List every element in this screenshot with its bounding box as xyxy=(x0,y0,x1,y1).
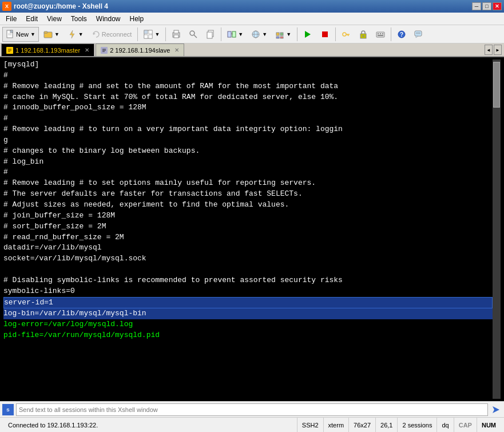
menu-view[interactable]: View xyxy=(42,13,66,25)
tab-2[interactable]: 2 192.168.1.194slave ✕ xyxy=(96,43,184,56)
num-status: NUM xyxy=(477,418,501,432)
stop-icon xyxy=(320,30,330,39)
svg-line-17 xyxy=(194,35,197,38)
svg-rect-15 xyxy=(174,35,178,38)
svg-text:S: S xyxy=(6,407,10,413)
reconnect-dropdown-button[interactable]: ▼ xyxy=(64,27,87,42)
svg-rect-46 xyxy=(415,31,422,36)
menu-tools[interactable]: Tools xyxy=(66,13,92,25)
dimensions-status: 76x27 xyxy=(349,418,376,432)
new-dropdown-arrow[interactable]: ▼ xyxy=(30,31,35,37)
print-icon xyxy=(172,30,181,39)
session-icon[interactable]: S xyxy=(2,404,14,415)
open-dropdown-arrow[interactable]: ▼ xyxy=(54,31,59,37)
print-button[interactable] xyxy=(168,27,184,42)
tab-scroll-right[interactable]: ▶ xyxy=(494,45,502,55)
tab-scroll-left[interactable]: ◀ xyxy=(485,45,493,55)
internet-arrow[interactable]: ▼ xyxy=(262,31,267,37)
svg-rect-43 xyxy=(378,35,383,36)
scrollbar-track[interactable] xyxy=(493,60,501,399)
new-button[interactable]: New ▼ xyxy=(2,27,39,42)
close-button[interactable]: ✕ xyxy=(493,2,502,10)
sessions-status: 2 sessions xyxy=(398,418,437,432)
toolbar-sep-6 xyxy=(391,27,391,41)
svg-marker-7 xyxy=(93,33,96,35)
keys-button[interactable] xyxy=(338,27,354,42)
menu-window[interactable]: Window xyxy=(92,13,125,25)
tab-bar: 1 192.168.1.193master ✕ 2 192.168.1.194s… xyxy=(0,43,504,57)
svg-rect-32 xyxy=(322,31,328,37)
tab-2-close[interactable]: ✕ xyxy=(174,47,179,53)
window-title: root@zuoyu:/home - Xshell 4 xyxy=(14,2,108,10)
terminal-container: [mysqld]## Remove leading # and set to t… xyxy=(0,57,504,401)
cursor-text: 26,1 xyxy=(380,422,392,429)
terminal-text[interactable]: [mysqld]## Remove leading # and set to t… xyxy=(3,60,493,399)
toolbar-sep-3 xyxy=(221,27,221,41)
dimensions-text: 76x27 xyxy=(354,422,371,429)
svg-rect-9 xyxy=(144,30,148,34)
svg-text:?: ? xyxy=(400,31,403,38)
chat-button[interactable] xyxy=(411,27,427,42)
open-button[interactable]: ▼ xyxy=(40,27,63,42)
play-icon xyxy=(303,30,312,39)
ext-button[interactable]: ▼ xyxy=(272,27,295,42)
svg-point-16 xyxy=(190,31,195,35)
keyboard-icon xyxy=(376,30,385,39)
internet-button[interactable]: ▼ xyxy=(248,27,271,42)
keyboard-button[interactable] xyxy=(372,27,388,42)
menu-help[interactable]: Help xyxy=(125,13,149,25)
transfer-arrow[interactable]: ▼ xyxy=(238,31,243,37)
svg-rect-41 xyxy=(380,33,381,34)
minimize-button[interactable]: ─ xyxy=(472,2,481,10)
reconnect-dropdown-arrow[interactable]: ▼ xyxy=(78,31,84,37)
tab-1[interactable]: 1 192.168.1.193master ✕ xyxy=(1,43,94,56)
reconnect-button[interactable]: Reconnect xyxy=(88,27,136,42)
search-icon xyxy=(189,30,198,39)
key-icon xyxy=(342,30,351,39)
transfer-button[interactable]: ▼ xyxy=(224,27,247,42)
menu-edit[interactable]: Edit xyxy=(21,13,42,25)
menu-file[interactable]: File xyxy=(1,13,21,25)
svg-marker-47 xyxy=(416,36,418,38)
start-session-button[interactable] xyxy=(300,27,316,42)
svg-rect-29 xyxy=(276,37,279,38)
help-button[interactable]: ? xyxy=(394,27,410,42)
sessions-text: 2 sessions xyxy=(402,422,432,429)
view-arrow[interactable]: ▼ xyxy=(154,31,160,37)
tab-1-close[interactable]: ✕ xyxy=(85,47,89,53)
svg-rect-30 xyxy=(280,37,283,38)
ext-arrow[interactable]: ▼ xyxy=(286,31,291,37)
tab-2-label: 2 192.168.1.194slave xyxy=(110,47,170,54)
puzzle-icon xyxy=(275,30,284,39)
search-button[interactable] xyxy=(185,27,201,42)
lock-button[interactable] xyxy=(355,27,371,42)
chat-icon xyxy=(414,30,423,39)
stop-session-button[interactable] xyxy=(317,27,333,42)
num-text: NUM xyxy=(482,422,496,429)
terminal-type-status: xterm xyxy=(324,418,350,432)
svg-rect-27 xyxy=(276,33,279,35)
svg-point-38 xyxy=(363,35,364,37)
dq-text: dq xyxy=(442,422,449,429)
toolbar-sep-2 xyxy=(165,27,166,41)
maximize-button[interactable]: □ xyxy=(482,2,491,10)
toolbar-sep-5 xyxy=(335,27,336,41)
globe-icon xyxy=(251,30,260,39)
toolbar: New ▼ ▼ ▼ Reconnect xyxy=(0,25,504,43)
copy-button[interactable] xyxy=(203,27,219,42)
svg-rect-12 xyxy=(149,35,152,38)
view-dropdown-button[interactable]: ▼ xyxy=(140,27,163,42)
svg-rect-10 xyxy=(149,30,152,34)
svg-rect-39 xyxy=(376,32,384,37)
svg-marker-31 xyxy=(305,31,311,38)
terminal-type-text: xterm xyxy=(328,422,344,429)
scrollbar-thumb[interactable] xyxy=(493,62,500,108)
connection-text: Connected to 192.168.1.193:22. xyxy=(8,422,98,429)
protocol-status: SSH2 xyxy=(297,418,324,432)
send-button[interactable] xyxy=(490,404,502,415)
copy-icon xyxy=(206,30,215,39)
send-text-input[interactable] xyxy=(16,403,488,416)
new-label: New xyxy=(16,31,29,38)
connection-status: Connected to 192.168.1.193:22. xyxy=(3,418,297,432)
title-bar: X root@zuoyu:/home - Xshell 4 ─ □ ✕ xyxy=(0,0,504,13)
